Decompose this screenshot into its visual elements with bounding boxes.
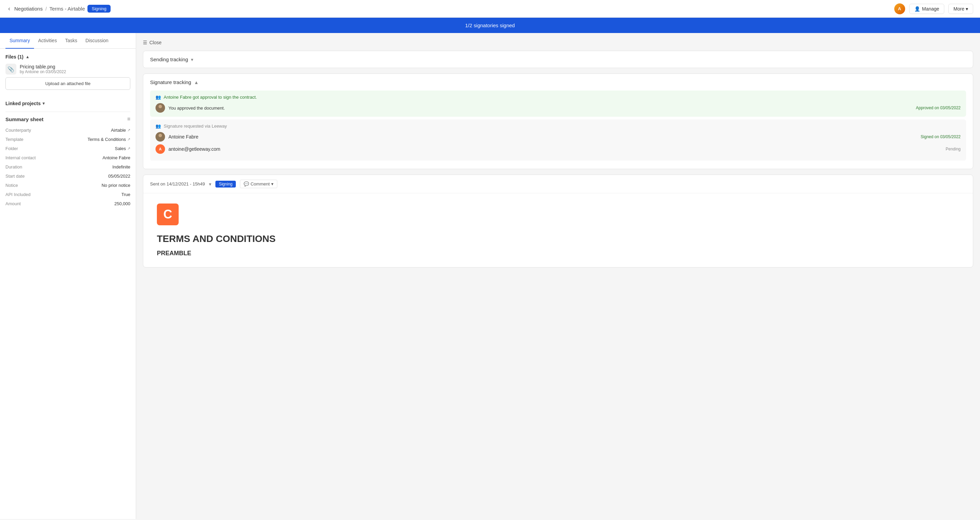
sending-tracking-header[interactable]: Sending tracking ▾ xyxy=(143,51,973,68)
back-button[interactable]: ‹ xyxy=(7,4,11,14)
file-item: 📎 Pricing table.png by Antoine on 03/05/… xyxy=(5,64,130,75)
sending-tracking-title: Sending tracking xyxy=(150,57,188,62)
manage-button[interactable]: 👤 Manage xyxy=(909,4,945,14)
summary-sheet-header: Summary sheet ≡ xyxy=(5,116,130,122)
doc-body: C TERMS AND CONDITIONS PREAMBLE xyxy=(143,193,973,267)
sending-tracking-card: Sending tracking ▾ xyxy=(143,51,973,68)
signer-2-avatar: A xyxy=(156,144,165,154)
signature-tracking-card: Signature tracking ▲ 👥 Antoine Fabre got… xyxy=(143,73,973,169)
summary-label: Amount xyxy=(5,201,21,206)
external-link-icon[interactable] xyxy=(127,128,130,132)
doc-signing-badge: Signing xyxy=(215,181,236,188)
approval-icon: 👥 xyxy=(156,95,161,100)
comment-chevron-icon: ▾ xyxy=(271,181,274,186)
avatar-group: A xyxy=(894,3,905,14)
signature-tracking-title: Signature tracking xyxy=(150,79,191,85)
summary-row: Counterparty Airtable xyxy=(5,127,130,133)
sig-request-block: 👥 Signature requested via Leeway Antoine… xyxy=(150,119,966,161)
sig-request-icon: 👥 xyxy=(156,124,161,129)
summary-value: Sales xyxy=(115,146,130,151)
right-panel: ☰ Close Sending tracking ▾ Signature tra… xyxy=(136,33,980,519)
summary-value: Terms & Conditions xyxy=(88,137,130,142)
tab-tasks[interactable]: Tasks xyxy=(61,33,81,49)
signatories-banner: 1/2 signatories signed xyxy=(0,18,980,33)
sending-tracking-chevron-icon: ▾ xyxy=(191,57,193,62)
leeway-logo: C xyxy=(157,204,179,225)
top-nav: ‹ Negotiations / Terms - Airtable Signin… xyxy=(0,0,980,18)
signer-2-name: antoine@getleeway.com xyxy=(169,146,220,152)
file-info: Pricing table.png by Antoine on 03/05/20… xyxy=(20,64,130,74)
doc-sent-date: Sent on 14/12/2021 - 15h49 xyxy=(150,181,205,186)
main-layout: Summary Activities Tasks Discussion File… xyxy=(0,33,980,519)
breadcrumb-separator: / xyxy=(45,6,47,11)
svg-point-3 xyxy=(157,137,163,142)
summary-sheet-title: Summary sheet xyxy=(5,116,43,122)
doc-subtitle: PREAMBLE xyxy=(157,250,959,257)
upload-file-button[interactable]: Upload an attached file xyxy=(5,77,130,90)
summary-label: Duration xyxy=(5,164,22,170)
doc-title: TERMS AND CONDITIONS xyxy=(157,234,959,244)
summary-label: Start date xyxy=(5,173,24,179)
files-section-header[interactable]: Files (1) ▲ xyxy=(5,54,130,60)
svg-point-0 xyxy=(159,105,162,108)
files-title: Files (1) xyxy=(5,54,24,60)
file-icon: 📎 xyxy=(5,64,16,75)
summary-label: Folder xyxy=(5,146,18,151)
sig-request-header: 👥 Signature requested via Leeway xyxy=(156,124,961,129)
signer-1-status: Signed on 03/05/2022 xyxy=(921,134,961,139)
linked-projects-title: Linked projects xyxy=(5,101,40,106)
approved-date: Approved on 03/05/2022 xyxy=(916,105,961,110)
user-avatar: A xyxy=(894,3,905,14)
svg-point-1 xyxy=(157,108,163,113)
tab-activities[interactable]: Activities xyxy=(34,33,61,49)
comment-button[interactable]: 💬 Comment ▾ xyxy=(240,180,277,188)
signer-2: A antoine@getleeway.com xyxy=(156,144,220,154)
file-name: Pricing table.png xyxy=(20,64,130,70)
negotiations-link[interactable]: Negotiations xyxy=(14,6,43,11)
summary-value: Antoine Fabre xyxy=(102,155,130,160)
linked-projects-section: Linked projects ▾ xyxy=(5,101,130,106)
external-link-icon[interactable] xyxy=(127,137,130,142)
summary-row: Duration Indefinite xyxy=(5,164,130,170)
summary-label: Notice xyxy=(5,183,18,188)
summary-row: Start date 05/05/2022 xyxy=(5,173,130,179)
signer-row-1: Antoine Fabre Signed on 03/05/2022 xyxy=(156,132,961,142)
close-panel-button[interactable]: ☰ Close xyxy=(143,40,973,45)
summary-row: Folder Sales xyxy=(5,146,130,151)
external-link-icon[interactable] xyxy=(127,146,130,151)
manage-icon: 👤 xyxy=(914,6,920,11)
summary-value: True xyxy=(121,192,130,197)
tab-summary[interactable]: Summary xyxy=(5,33,34,49)
sidebar: Summary Activities Tasks Discussion File… xyxy=(0,33,136,519)
file-meta: by Antoine on 03/05/2022 xyxy=(20,70,130,74)
summary-value: 250,000 xyxy=(115,201,130,206)
linked-projects-header[interactable]: Linked projects ▾ xyxy=(5,101,130,106)
summary-value: Indefinite xyxy=(112,164,130,170)
summary-value: 05/05/2022 xyxy=(108,173,130,179)
approval-row: You approved the document. Approved on 0… xyxy=(156,103,961,113)
close-icon: ☰ xyxy=(143,40,147,45)
signature-tracking-header[interactable]: Signature tracking ▲ xyxy=(143,74,973,91)
signer-1-name: Antoine Fabre xyxy=(169,134,198,140)
signer-1-avatar xyxy=(156,132,165,142)
breadcrumb: ‹ Negotiations / Terms - Airtable Signin… xyxy=(7,4,111,14)
summary-value: Airtable xyxy=(111,127,130,133)
files-chevron-icon: ▲ xyxy=(25,54,30,59)
signer-row-2: A antoine@getleeway.com Pending xyxy=(156,144,961,154)
settings-icon[interactable]: ≡ xyxy=(127,116,130,122)
approver-avatar xyxy=(156,103,165,113)
comment-icon: 💬 xyxy=(243,181,249,186)
doc-date-chevron-icon: ▾ xyxy=(209,181,211,187)
files-section: Files (1) ▲ 📎 Pricing table.png by Antoi… xyxy=(5,54,130,95)
summary-row: Notice No prior notice xyxy=(5,183,130,188)
summary-row: Amount 250,000 xyxy=(5,201,130,206)
document-preview-card: Sent on 14/12/2021 - 15h49 ▾ Signing 💬 C… xyxy=(143,175,973,267)
summary-label: Template xyxy=(5,137,24,142)
divider xyxy=(5,111,130,112)
more-button[interactable]: More ▾ xyxy=(948,4,973,14)
summary-row: API Included True xyxy=(5,192,130,197)
approval-block: 👥 Antoine Fabre got approval to sign the… xyxy=(150,91,966,117)
summary-value: No prior notice xyxy=(102,183,130,188)
svg-point-2 xyxy=(159,134,162,137)
tab-discussion[interactable]: Discussion xyxy=(81,33,113,49)
